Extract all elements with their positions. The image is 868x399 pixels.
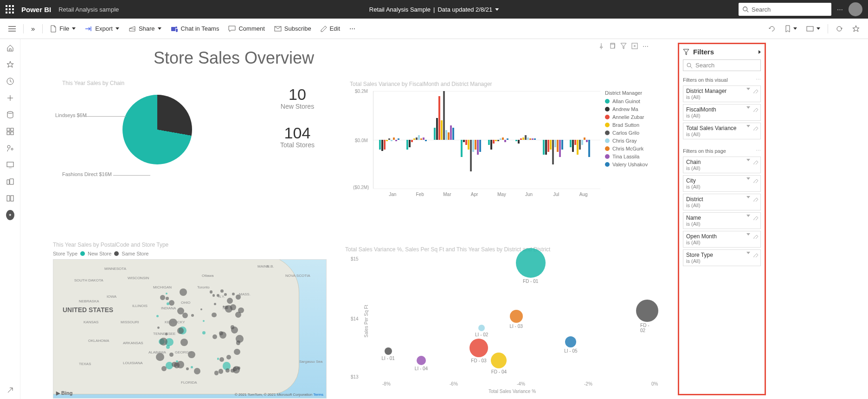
filter-card[interactable]: Nameis (All): [683, 212, 761, 229]
bar[interactable]: [416, 137, 418, 140]
topbar-center[interactable]: Retail Analysis Sample | Data updated 2/…: [369, 6, 499, 13]
create-icon[interactable]: [6, 94, 14, 102]
scatter-bubble[interactable]: [565, 336, 576, 347]
my-workspace-icon[interactable]: [6, 194, 14, 203]
legend-item[interactable]: Tina Lassila: [605, 154, 648, 159]
map-point[interactable]: [219, 369, 223, 373]
eraser-icon[interactable]: [753, 125, 759, 131]
eraser-icon[interactable]: [753, 159, 759, 164]
scatter-bubble[interactable]: [469, 339, 488, 357]
map-point[interactable]: [219, 357, 224, 362]
bar[interactable]: [379, 140, 381, 150]
bar[interactable]: [391, 140, 392, 141]
legend-item[interactable]: Chris Gray: [605, 138, 648, 144]
map-point[interactable]: [160, 338, 167, 346]
favorites-icon[interactable]: [6, 60, 14, 69]
bar[interactable]: [500, 138, 502, 140]
eraser-icon[interactable]: [753, 233, 759, 239]
bar[interactable]: [574, 140, 576, 145]
legend-item[interactable]: Valery Ushakov: [605, 162, 648, 167]
legend-item[interactable]: Chris McGurk: [605, 146, 648, 151]
bar[interactable]: [384, 140, 386, 150]
filter-icon[interactable]: [620, 43, 627, 49]
map-point[interactable]: [212, 334, 217, 339]
bar[interactable]: [584, 137, 585, 140]
bar[interactable]: [395, 140, 397, 141]
pin-icon[interactable]: [598, 43, 604, 49]
subscribe-button[interactable]: Subscribe: [270, 23, 315, 34]
bar[interactable]: [475, 140, 476, 150]
map-point[interactable]: [227, 298, 233, 304]
bar[interactable]: [420, 138, 422, 140]
bar[interactable]: [543, 140, 545, 155]
chevron-down-icon[interactable]: [746, 88, 750, 90]
more-visual-icon[interactable]: ⋯: [643, 43, 649, 50]
scatter-visual[interactable]: Total Sales Variance %, Sales Per Sq Ft …: [345, 243, 661, 392]
map-point[interactable]: [214, 371, 219, 375]
pages-toggle[interactable]: »: [27, 23, 39, 34]
apps-icon[interactable]: [6, 127, 14, 136]
bar[interactable]: [413, 138, 415, 140]
bar[interactable]: [572, 140, 574, 152]
bar[interactable]: [493, 140, 495, 144]
bar[interactable]: [579, 140, 581, 150]
more-toolbar[interactable]: ⋯: [346, 23, 359, 34]
bar[interactable]: [418, 135, 420, 140]
bar[interactable]: [434, 128, 436, 140]
bar[interactable]: [452, 128, 454, 140]
map-point[interactable]: [191, 366, 193, 368]
bar[interactable]: [438, 96, 440, 140]
bar[interactable]: [559, 140, 561, 157]
bookmark-button[interactable]: [781, 23, 801, 34]
bar[interactable]: [436, 118, 438, 140]
map-point[interactable]: [157, 327, 160, 329]
bar[interactable]: [463, 140, 465, 142]
map-point[interactable]: [186, 367, 189, 370]
bar[interactable]: [534, 138, 536, 140]
export-menu[interactable]: Export: [81, 23, 123, 34]
map-point[interactable]: [212, 294, 215, 296]
bar[interactable]: [507, 138, 508, 140]
eraser-icon[interactable]: [753, 106, 759, 112]
chevron-down-icon[interactable]: [746, 252, 750, 254]
bar[interactable]: [497, 140, 499, 141]
bar[interactable]: [515, 140, 517, 141]
bar[interactable]: [388, 138, 390, 140]
bar[interactable]: [557, 140, 559, 152]
file-menu[interactable]: File: [46, 23, 79, 34]
bar[interactable]: [529, 138, 531, 140]
more-icon[interactable]: ⋯: [756, 77, 761, 83]
scatter-bubble[interactable]: [636, 300, 658, 322]
map-point[interactable]: [202, 331, 206, 334]
map-point[interactable]: [210, 290, 212, 293]
bar[interactable]: [450, 125, 452, 140]
workspaces-icon[interactable]: [6, 177, 14, 186]
bar[interactable]: [518, 140, 520, 144]
bar[interactable]: [550, 140, 552, 150]
bar[interactable]: [461, 140, 463, 157]
app-launcher-icon[interactable]: [6, 5, 14, 13]
map-point[interactable]: [176, 360, 178, 362]
pie-visual[interactable]: This Year Sales by Chain Lindseys $6M Fa…: [71, 85, 280, 164]
bar[interactable]: [547, 140, 549, 152]
bar[interactable]: [479, 140, 481, 152]
filter-card[interactable]: Cityis (All): [683, 175, 761, 192]
legend-item[interactable]: Andrew Ma: [605, 106, 648, 112]
bar[interactable]: [532, 138, 534, 140]
bar[interactable]: [472, 140, 474, 152]
bar[interactable]: [477, 140, 479, 155]
map-point[interactable]: [236, 340, 240, 345]
filter-card[interactable]: FiscalMonthis (All): [683, 104, 761, 121]
map-point[interactable]: [180, 339, 188, 346]
chevron-down-icon[interactable]: [746, 233, 750, 235]
bar[interactable]: [423, 137, 424, 140]
scatter-bubble[interactable]: [417, 356, 426, 365]
map-point[interactable]: [234, 349, 240, 355]
bar[interactable]: [525, 135, 527, 140]
shared-icon[interactable]: [6, 144, 14, 152]
favorite-button[interactable]: [849, 23, 863, 34]
edit-button[interactable]: Edit: [317, 23, 344, 34]
filter-card[interactable]: District Manageris (All): [683, 85, 761, 102]
focus-icon[interactable]: [631, 43, 638, 49]
map-point[interactable]: [180, 288, 187, 296]
